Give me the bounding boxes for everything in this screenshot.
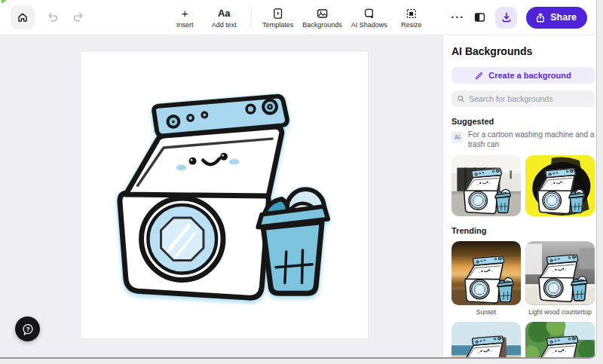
trending-thumbnails-row2 (451, 322, 594, 359)
suggestion-thumbnail-icon (451, 131, 464, 143)
trending-thumb-label: Sunset (451, 308, 521, 316)
templates-button[interactable]: Templates (260, 3, 295, 33)
backgrounds-icon (316, 8, 328, 20)
top-toolbar: + Insert Aa Add text Templates (0, 0, 596, 35)
suggested-thumb-room[interactable] (451, 155, 521, 216)
toolbar-divider (250, 8, 251, 28)
suggested-header: Suggested (451, 117, 594, 126)
trending-thumb-sunset[interactable]: Sunset (451, 241, 521, 316)
share-button[interactable]: Share (526, 7, 587, 29)
trending-thumb-light-wood-image (525, 241, 595, 305)
resize-button[interactable]: Resize (394, 3, 429, 33)
tool-group: + Insert Aa Add text Templates (167, 0, 429, 35)
suggested-prompt-text: For a cartoon washing machine and a tras… (468, 130, 595, 149)
search-icon (457, 94, 465, 103)
insert-button[interactable]: + Insert (167, 3, 202, 33)
help-bubble-icon: ? (21, 323, 35, 336)
share-icon (535, 12, 546, 23)
trending-thumb-tropical[interactable] (525, 322, 595, 359)
download-icon (500, 11, 513, 23)
trending-thumbnails-row1: Sunset (451, 241, 594, 316)
undo-icon (46, 11, 60, 23)
svg-text:?: ? (26, 325, 29, 332)
pencil-icon (475, 71, 484, 80)
add-text-button[interactable]: Aa Add text (207, 3, 241, 33)
redo-button[interactable] (69, 8, 87, 26)
suggested-thumbnails (451, 155, 594, 216)
more-options-button[interactable]: ··· (451, 14, 464, 21)
canvas-area (0, 35, 442, 359)
ai-shadows-button[interactable]: AI Shadows (349, 3, 390, 33)
app-window: + Insert Aa Add text Templates (0, 0, 597, 359)
ai-backgrounds-panel: AI Backgrounds Create a background Sugge… (442, 35, 597, 359)
trending-thumb-tropical-image (525, 322, 595, 359)
pages-icon (473, 11, 486, 23)
home-button[interactable] (11, 5, 35, 29)
plus-icon: + (182, 8, 188, 20)
trending-thumb-label: Light wood countertop (525, 308, 595, 316)
suggested-thumb-yellow[interactable] (525, 155, 595, 216)
add-text-icon: Aa (218, 8, 231, 20)
redo-icon (72, 11, 85, 23)
undo-button[interactable] (44, 8, 62, 26)
suggested-prompt-row: For a cartoon washing machine and a tras… (451, 130, 595, 149)
help-button[interactable]: ? (15, 317, 40, 341)
screen-corner-artifact (2, 0, 7, 4)
trending-thumb-light-wood[interactable]: Light wood countertop (525, 241, 595, 316)
create-background-button[interactable]: Create a background (451, 67, 595, 84)
panel-title: AI Backgrounds (451, 45, 594, 57)
trending-header: Trending (451, 226, 594, 235)
download-button[interactable] (495, 7, 517, 29)
design-canvas[interactable] (81, 51, 368, 338)
resize-icon (406, 8, 418, 20)
washing-machine-illustration[interactable] (112, 90, 335, 304)
templates-icon (272, 8, 284, 20)
trending-thumb-beach-image (451, 322, 521, 359)
suggested-thumb-room-image (451, 155, 521, 216)
history-controls (44, 8, 87, 26)
topbar-right-cluster: ··· Share (451, 7, 596, 29)
background-search (451, 90, 595, 107)
suggested-thumb-yellow-image (525, 155, 595, 216)
backgrounds-button[interactable]: Backgrounds (300, 3, 344, 33)
home-icon (17, 11, 29, 23)
search-input[interactable] (469, 94, 589, 103)
ai-shadows-icon (363, 8, 375, 20)
more-options-icon: ··· (451, 11, 464, 23)
trending-thumb-sunset-image (451, 241, 521, 305)
pages-button[interactable] (473, 11, 486, 23)
trending-thumb-beach[interactable] (451, 322, 521, 359)
